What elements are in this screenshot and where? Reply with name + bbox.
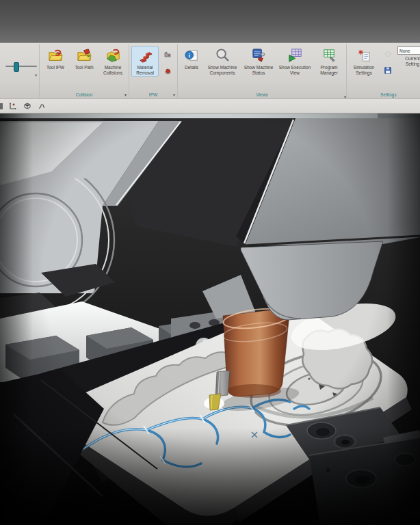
group-expand-caret[interactable]: ▾ [173, 93, 175, 97]
program-manager-icon [321, 47, 338, 64]
tool-ipw-icon [47, 47, 64, 64]
gear-icon [384, 50, 392, 58]
show-execution-view-button[interactable]: Show Execution View [277, 46, 313, 77]
simulation-settings-button[interactable]: Simulation Settings [349, 46, 379, 77]
ribbon-slider-zone: ▾ [1, 44, 40, 98]
button-label: Show Machine Components [206, 65, 239, 75]
program-manager-button[interactable]: Program Manager ▾ [314, 46, 344, 77]
group-expand-caret[interactable]: ▾ [124, 93, 127, 97]
slider-track[interactable] [5, 66, 37, 67]
ribbon-toolbar: ▾ Tool IPW [0, 43, 420, 99]
ipw-mini-icon [163, 66, 172, 75]
show-machine-components-button[interactable]: Show Machine Components [205, 46, 240, 77]
machine-mini-icon [163, 50, 172, 58]
show-machine-status-button[interactable]: Show Machine Status [241, 46, 276, 77]
save-settings-button[interactable] [380, 63, 395, 78]
tool-path-button[interactable]: Tool Path [70, 46, 98, 77]
axes-mini-icon[interactable] [9, 102, 17, 110]
combo-value: None [399, 49, 420, 53]
ribbon-group-collision: Tool IPW Tool Path [40, 44, 129, 98]
details-button[interactable]: i Details [180, 46, 203, 77]
ribbon-group-settings: Simulation Settings [347, 44, 420, 98]
ribbon-group-views: i Details Show Machine Components [178, 44, 347, 98]
group-label-ipw: IPW [149, 92, 157, 97]
app-window: ▾ Tool IPW [0, 0, 420, 525]
cube-mini-icon[interactable] [23, 102, 31, 110]
settings-gear-button[interactable] [380, 46, 395, 62]
tool-ipw-button[interactable]: Tool IPW [42, 46, 69, 77]
button-label: Material Removal [133, 65, 157, 75]
button-label: Program Manager [315, 65, 343, 75]
material-removal-button[interactable]: Material Removal [131, 46, 159, 77]
ribbon-group-ipw: Material Removal [129, 44, 178, 98]
simulation-speed-slider[interactable] [5, 62, 37, 70]
button-label: Show Machine Status [243, 65, 274, 75]
curve-mini-icon[interactable] [38, 102, 46, 110]
group-label-collision: Collision [76, 92, 93, 97]
group-label-views: Views [256, 92, 267, 97]
current-setting-caption: Current Setting [398, 56, 420, 67]
details-icon: i [183, 47, 200, 64]
group-label-settings: Settings [380, 92, 397, 97]
machine-simulation-viewport[interactable] [0, 113, 420, 525]
machine-status-icon [250, 47, 267, 64]
ipw-mini-button[interactable] [160, 63, 175, 78]
button-label: Details [185, 65, 198, 75]
slider-zone-footer: ▾ [3, 70, 37, 79]
machine-mini-button[interactable] [160, 46, 175, 62]
execution-view-icon [287, 47, 304, 64]
save-settings-icon [384, 66, 392, 75]
material-removal-icon [137, 47, 154, 64]
machine-collisions-icon [105, 47, 122, 64]
button-label: Show Execution View [278, 65, 311, 75]
tool-path-icon [76, 47, 93, 64]
button-label: Machine Collisions [101, 65, 125, 75]
machine-collisions-button[interactable]: Machine Collisions [99, 46, 127, 77]
quick-tools-strip [0, 99, 420, 113]
group-expand-caret[interactable]: ▾ [35, 73, 37, 77]
simulation-settings-icon [356, 47, 373, 64]
video-top-letterbox [0, 0, 420, 43]
current-setting-combobox[interactable]: None ▾ [397, 46, 420, 55]
button-label: Tool IPW [47, 65, 64, 75]
clipped-edge-icon [0, 103, 3, 109]
button-label: Tool Path [75, 65, 93, 75]
magnifier-icon [214, 47, 231, 64]
button-label: Simulation Settings [350, 65, 378, 75]
